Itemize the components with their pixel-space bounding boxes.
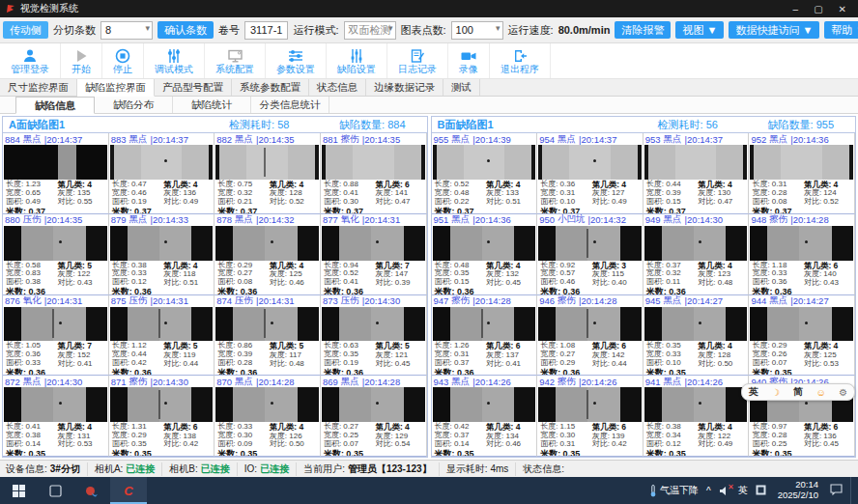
defect-cell[interactable]: 946 擦伤 |20:14:28 长度: 1.08宽度: 0.27面积: 0.2… <box>537 295 644 377</box>
defect-cell[interactable]: 947 擦伤 |20:14:28 长度: 1.26宽度: 0.31面积: 0.3… <box>432 295 538 377</box>
task-view-button[interactable] <box>37 477 73 504</box>
help-menu-button[interactable]: 帮助 ▼ <box>824 21 858 39</box>
defect-image[interactable] <box>750 226 853 261</box>
defect-settings-button[interactable]: 缺陷设置 <box>327 43 387 78</box>
tray-expand-caret[interactable]: ^ <box>706 486 711 496</box>
defect-cell[interactable]: 943 黑点 |20:14:26 长度: 0.42宽度: 0.37面积: 0.1… <box>432 376 538 457</box>
defect-cell[interactable]: 952 黑点 |20:14:36 长度: 0.31宽度: 0.28面积: 0.0… <box>749 133 855 214</box>
defect-image[interactable] <box>750 145 853 180</box>
defect-cell[interactable]: 882 黑点 |20:14:35 长度: 0.75宽度: 0.32面积: 0.2… <box>214 133 321 214</box>
view-menu-button[interactable]: 视图 ▼ <box>675 21 724 39</box>
tab-size-monitor[interactable]: 尺寸监控界面 <box>0 79 77 96</box>
defect-image[interactable] <box>750 307 853 342</box>
defect-image[interactable] <box>433 387 536 422</box>
defect-cell[interactable]: 875 压伤 |20:14:31 长度: 1.12宽度: 0.44面积: 0.4… <box>109 295 215 377</box>
defect-image[interactable] <box>644 145 748 180</box>
tray-app-icon[interactable] <box>756 485 766 497</box>
tab-status-info[interactable]: 状态信息 <box>309 79 366 96</box>
tab-defect-monitor[interactable]: 缺陷监控界面 <box>77 79 155 97</box>
defect-cell[interactable]: 949 黑点 |20:14:30 长度: 0.37宽度: 0.32面积: 0.1… <box>644 214 750 295</box>
subtab-defect-info[interactable]: 缺陷信息 <box>15 97 95 114</box>
defect-image[interactable] <box>110 387 214 422</box>
roll-number-input[interactable]: 3117-1 <box>244 21 288 40</box>
defect-cell[interactable]: 881 擦伤 |20:14:35 长度: 0.88宽度: 0.41面积: 0.3… <box>321 133 427 214</box>
defect-image[interactable] <box>644 226 748 261</box>
data-quick-access-button[interactable]: 数据快捷访问 ▼ <box>729 21 819 39</box>
defect-image[interactable] <box>215 387 319 422</box>
defect-image[interactable] <box>433 226 536 261</box>
defect-image[interactable] <box>215 226 319 261</box>
defect-cell[interactable]: 871 擦伤 |20:14:30 长度: 1.31宽度: 0.29面积: 0.3… <box>109 376 215 457</box>
clear-alarm-button[interactable]: 清除报警 <box>615 21 671 39</box>
ime-indicator[interactable]: 英 <box>738 484 748 497</box>
defect-image[interactable] <box>322 387 425 422</box>
confirm-count-button[interactable]: 确认条数 <box>157 21 214 39</box>
defect-cell[interactable]: 874 压伤 |20:14:31 长度: 0.86宽度: 0.39面积: 0.2… <box>214 295 321 377</box>
defect-cell[interactable]: 948 擦伤 |20:14:28 长度: 1.18宽度: 0.33面积: 0.3… <box>749 214 855 295</box>
notification-center-icon[interactable] <box>830 484 843 497</box>
defect-image[interactable] <box>644 387 748 422</box>
defect-image[interactable] <box>4 387 107 422</box>
param-settings-button[interactable]: 参数设置 <box>266 43 327 78</box>
tab-system-param-config[interactable]: 系统参数配置 <box>232 79 309 96</box>
defect-cell[interactable]: 942 擦伤 |20:14:26 长度: 1.15宽度: 0.30面积: 0.3… <box>537 376 644 457</box>
stop-button[interactable]: 停止 <box>102 43 144 78</box>
drive-side-button[interactable]: 传动侧 <box>3 21 48 39</box>
admin-login-button[interactable]: 管理登录 <box>0 43 61 78</box>
defect-image[interactable] <box>538 226 642 261</box>
defect-cell[interactable]: 955 黑点 |20:14:39 长度: 0.52宽度: 0.48面积: 0.2… <box>432 133 538 214</box>
start-menu-button[interactable] <box>0 477 37 504</box>
defect-image[interactable] <box>215 307 319 342</box>
defect-image[interactable] <box>215 145 319 180</box>
defect-cell[interactable]: 876 氧化 |20:14:31 长度: 1.05宽度: 0.36面积: 0.3… <box>3 295 109 377</box>
defect-cell[interactable]: 873 压伤 |20:14:30 长度: 0.63宽度: 0.35面积: 0.1… <box>321 295 427 377</box>
ime-moon-icon[interactable]: ☽ <box>771 387 780 398</box>
ime-settings-gear-icon[interactable]: ⚙ <box>839 387 847 398</box>
debug-mode-button[interactable]: 调试模式 <box>144 43 205 78</box>
minimize-icon[interactable]: – <box>793 4 799 14</box>
defect-cell[interactable]: 883 黑点 |20:14:37 长度: 0.47宽度: 0.46面积: 0.1… <box>109 133 215 214</box>
ime-emoji-icon[interactable]: ☺ <box>815 387 825 398</box>
defect-image[interactable] <box>110 226 214 261</box>
defect-image[interactable] <box>433 307 536 342</box>
defect-image[interactable] <box>4 145 107 180</box>
defect-image[interactable] <box>322 307 425 342</box>
start-button[interactable]: 开始 <box>61 43 102 78</box>
taskbar-app-active[interactable]: C <box>110 477 147 504</box>
ime-english-toggle[interactable]: 英 <box>749 385 758 399</box>
defect-image[interactable] <box>110 307 214 342</box>
volume-muted-icon[interactable]: ✕ <box>719 486 730 496</box>
slit-count-select[interactable]: 8 <box>100 21 153 40</box>
defect-image[interactable] <box>322 145 425 180</box>
exit-program-button[interactable]: 退出程序 <box>490 43 551 78</box>
defect-image[interactable] <box>538 145 642 180</box>
run-mode-select[interactable]: 双面检测 <box>344 21 396 40</box>
record-video-button[interactable]: 录像 <box>448 43 490 78</box>
ime-simplified-toggle[interactable]: 简 <box>793 385 803 399</box>
log-record-button[interactable]: 日志记录 <box>387 43 448 78</box>
defect-image[interactable] <box>4 307 107 342</box>
defect-image[interactable] <box>538 307 642 342</box>
defect-cell[interactable]: 879 黑点 |20:14:33 长度: 0.38宽度: 0.33面积: 0.1… <box>109 214 215 295</box>
defect-cell[interactable]: 954 黑点 |20:14:37 长度: 0.36宽度: 0.31面积: 0.1… <box>537 133 644 214</box>
subtab-defect-statistics[interactable]: 缺陷统计 <box>173 97 251 113</box>
defect-image[interactable] <box>322 226 425 261</box>
defect-cell[interactable]: 869 黑点 |20:14:28 长度: 0.27宽度: 0.25面积: 0.0… <box>321 376 427 457</box>
defect-image[interactable] <box>538 387 642 422</box>
defect-cell[interactable]: 953 黑点 |20:14:37 长度: 0.44宽度: 0.39面积: 0.1… <box>644 133 750 214</box>
taskbar-app-pinned[interactable] <box>73 477 110 504</box>
subtab-class-info-statistics[interactable]: 分类信息统计 <box>251 97 329 113</box>
tab-edge-data-record[interactable]: 边缘数据记录 <box>366 79 443 96</box>
show-desktop-strip[interactable] <box>850 477 856 504</box>
defect-cell[interactable]: 872 黑点 |20:14:30 长度: 0.41宽度: 0.38面积: 0.1… <box>3 376 109 457</box>
defect-cell[interactable]: 884 黑点 |20:14:37 长度: 1.23宽度: 0.65面积: 0.4… <box>3 133 109 214</box>
chart-points-select[interactable]: 100 <box>451 21 503 40</box>
defect-image[interactable] <box>4 226 107 261</box>
system-config-button[interactable]: 系统配置 <box>205 43 266 78</box>
defect-cell[interactable]: 944 黑点 |20:14:27 长度: 0.29宽度: 0.26面积: 0.0… <box>749 295 855 377</box>
defect-cell[interactable]: 950 小凹坑 |20:14:32 长度: 0.92宽度: 0.57面积: 0.… <box>537 214 644 295</box>
defect-cell[interactable]: 941 黑点 |20:14:26 长度: 0.38宽度: 0.34面积: 0.1… <box>644 376 750 457</box>
tab-test[interactable]: 测试 <box>443 79 480 96</box>
defect-cell[interactable]: 945 黑点 |20:14:27 长度: 0.35宽度: 0.33面积: 0.1… <box>644 295 750 377</box>
defect-cell[interactable]: 880 压伤 |20:14:35 长度: 0.58宽度: 0.83面积: 0.3… <box>3 214 109 295</box>
